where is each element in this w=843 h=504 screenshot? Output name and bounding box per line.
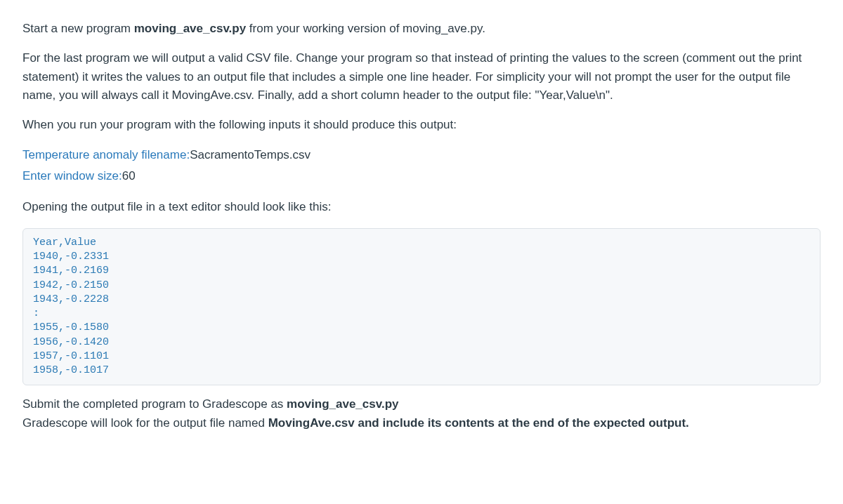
paragraph-run-instructions: When you run your program with the follo… [22, 116, 821, 134]
code-output-block: Year,Value 1940,-0.2331 1941,-0.2169 194… [22, 228, 821, 386]
prompt-filename: Temperature anomaly filename:SacramentoT… [22, 146, 821, 164]
text: Gradescope will look for the output file… [22, 416, 268, 430]
text: Start a new program [22, 22, 134, 35]
prompt-block: Temperature anomaly filename:SacramentoT… [22, 146, 821, 186]
paragraph-submit: Submit the completed program to Gradesco… [22, 395, 821, 432]
paragraph-description: For the last program we will output a va… [22, 49, 821, 105]
prompt-filename-label: Temperature anomaly filename: [22, 148, 190, 161]
filename-strong: moving_ave_csv.py [134, 22, 246, 35]
prompt-filename-value: SacramentoTemps.csv [190, 148, 311, 161]
prompt-window: Enter window size:60 [22, 167, 821, 185]
text: from your working version of moving_ave.… [246, 22, 485, 35]
prompt-window-value: 60 [122, 169, 136, 183]
paragraph-output-intro: Opening the output file in a text editor… [22, 198, 821, 216]
paragraph-intro: Start a new program moving_ave_csv.py fr… [22, 20, 821, 38]
submit-filename-strong: moving_ave_csv.py [287, 397, 398, 411]
prompt-window-label: Enter window size: [22, 169, 122, 183]
output-filename-strong: MovingAve.csv and include its contents a… [268, 416, 689, 430]
text: Submit the completed program to Gradesco… [22, 397, 287, 411]
